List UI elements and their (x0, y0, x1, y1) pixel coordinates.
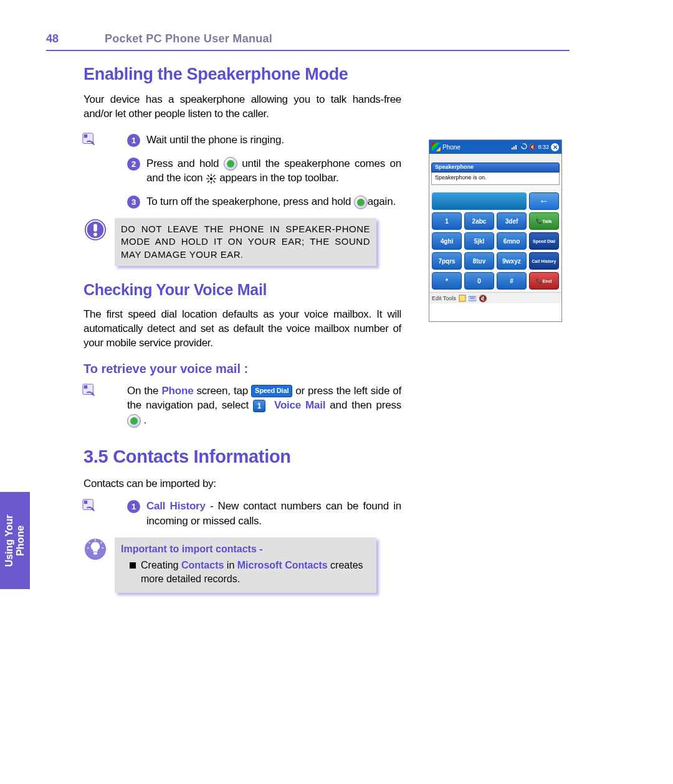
heading-voicemail: Checking Your Voice Mail (84, 281, 401, 299)
key-3[interactable]: 3def (497, 212, 527, 230)
bullet-1-icon: 1 (127, 500, 140, 513)
heading-retrieve: To retrieve your voice mail : (84, 362, 401, 376)
warning-box: DO NOT LEAVE THE PHONE IN SPEAKER-PHONE … (84, 218, 401, 266)
svg-rect-20 (93, 552, 97, 554)
device-title-left: Phone (432, 143, 461, 151)
key-talk[interactable]: 📞 Talk (529, 212, 559, 230)
heading-speakerphone: Enabling the Speakerphone Mode (84, 65, 401, 84)
key-call-history[interactable]: Call History (529, 252, 559, 270)
contacts-step-1-text: Call History - New contact numbers can b… (146, 499, 401, 529)
step-2c: appears in the top toolbar. (219, 172, 338, 184)
svg-rect-26 (512, 148, 513, 149)
lightbulb-icon (84, 537, 107, 561)
windows-flag-icon (432, 143, 441, 151)
retrieve-a: On the (127, 385, 161, 397)
device-title-right: 🔇 8:32 ✕ (512, 143, 559, 151)
svg-rect-18 (84, 501, 88, 504)
step-2a: Press and hold (146, 158, 224, 169)
key-clear[interactable] (432, 192, 527, 210)
tip-bullet-row: Creating Contacts in Microsoft Contacts … (121, 559, 370, 587)
svg-rect-1 (84, 135, 88, 138)
svg-line-9 (208, 181, 209, 182)
svg-line-7 (213, 181, 215, 182)
key-speed-dial[interactable]: Speed Dial (529, 232, 559, 250)
retrieve-row: On the Phone screen, tap Speed Dial or p… (84, 384, 401, 428)
svg-line-6 (208, 175, 209, 177)
tip-a: Creating (141, 560, 181, 570)
svg-rect-16 (84, 385, 88, 389)
page-title: Pocket PC Phone User Manual (105, 32, 272, 45)
popup-body: Speakerphone is on. (431, 172, 560, 185)
tap-pointer-icon (82, 384, 96, 397)
side-tab-label: Using YourPhone (4, 514, 27, 567)
device-strip (429, 154, 561, 163)
device-bottom-text: Edit Tools (432, 295, 456, 301)
tap-pointer-icon (82, 499, 96, 512)
tip-b: in (224, 560, 237, 570)
step-3a: To turn off the speakerphone, press and … (146, 196, 354, 207)
key-1[interactable]: 1 (432, 212, 462, 230)
contacts-step-1-row: 1 Call History - New contact numbers can… (84, 499, 401, 529)
keypad-1-icon: 1 (253, 400, 265, 412)
step-2-text: Press and hold until the speakerphone co… (146, 156, 401, 186)
key-7[interactable]: 7pqrs (432, 252, 462, 270)
device-bottom-bar: Edit Tools 🔇 (429, 292, 561, 303)
page-number: 48 (46, 32, 59, 45)
key-9[interactable]: 9wxyz (497, 252, 527, 270)
key-8[interactable]: 8tuv (464, 252, 494, 270)
tap-pointer-icon (82, 133, 96, 146)
key-star[interactable]: * (432, 272, 462, 290)
square-bullet-icon (130, 562, 136, 569)
retrieve-b: screen, tap (193, 385, 251, 397)
retrieve-e: . (141, 414, 146, 426)
signal-icon (512, 143, 519, 151)
key-end[interactable]: 📞 End (529, 272, 559, 290)
retrieve-phone-word: Phone (161, 385, 193, 397)
call-history-word: Call History (146, 500, 206, 512)
key-hash[interactable]: # (497, 272, 527, 290)
speakerphone-indicator-icon (206, 173, 217, 184)
svg-rect-13 (93, 224, 97, 232)
tip-text-box: Important to import contacts - Creating … (115, 537, 376, 593)
svg-point-14 (93, 233, 97, 237)
notes-icon (459, 295, 466, 302)
key-0[interactable]: 0 (464, 272, 494, 290)
device-app-title: Phone (442, 144, 461, 151)
step-2-row: 2 Press and hold until the speakerphone … (84, 156, 401, 186)
svg-point-10 (209, 177, 212, 181)
talk-button-icon (354, 196, 368, 209)
key-2[interactable]: 2abc (464, 212, 494, 230)
retrieve-d: and then press (325, 399, 401, 411)
tip-contacts-word: Contacts (181, 560, 224, 570)
close-icon: ✕ (551, 143, 559, 151)
svg-rect-28 (515, 145, 517, 149)
voicemail-intro: The first speed dial location defaults a… (84, 308, 401, 351)
step-1-row: 1 Wait until the phone is ringing. (84, 133, 401, 148)
step-3-text: To turn off the speakerphone, press and … (146, 194, 401, 209)
tip-ms-word: Microsoft Contacts (237, 560, 328, 570)
key-backspace[interactable]: ← (529, 192, 559, 210)
device-screenshot: Phone 🔇 8:32 ✕ Speakerphone Speakerphone… (429, 139, 562, 322)
retrieve-text: On the Phone screen, tap Speed Dial or p… (127, 384, 401, 428)
popup-title: Speakerphone (431, 163, 560, 172)
key-6[interactable]: 6mno (497, 232, 527, 250)
header-rule (46, 50, 570, 51)
warning-text: DO NOT LEAVE THE PHONE IN SPEAKER-PHONE … (115, 218, 376, 266)
keyboard-icon (469, 295, 476, 302)
tip-title: Important to import contacts - (121, 542, 370, 556)
key-4[interactable]: 4ghi (432, 232, 462, 250)
step-3-row: 3 To turn off the speakerphone, press an… (84, 194, 401, 209)
heading-contacts-section: 3.5 Contacts Information (84, 446, 401, 467)
device-time: 8:32 (538, 144, 549, 150)
retrieve-voicemail-word: Voice Mail (274, 399, 325, 411)
speaker-icon: 🔇 (529, 144, 536, 150)
mute-icon: 🔇 (479, 295, 486, 302)
speed-dial-button-icon: Speed Dial (251, 385, 292, 397)
svg-rect-27 (513, 146, 515, 149)
key-5[interactable]: 5jkl (464, 232, 494, 250)
svg-line-8 (213, 175, 215, 177)
svg-rect-29 (459, 295, 465, 301)
device-popup: Speakerphone Speakerphone is on. (429, 163, 561, 185)
step-1-text: Wait until the phone is ringing. (146, 133, 401, 148)
tip-bullet-text: Creating Contacts in Microsoft Contacts … (141, 559, 370, 587)
